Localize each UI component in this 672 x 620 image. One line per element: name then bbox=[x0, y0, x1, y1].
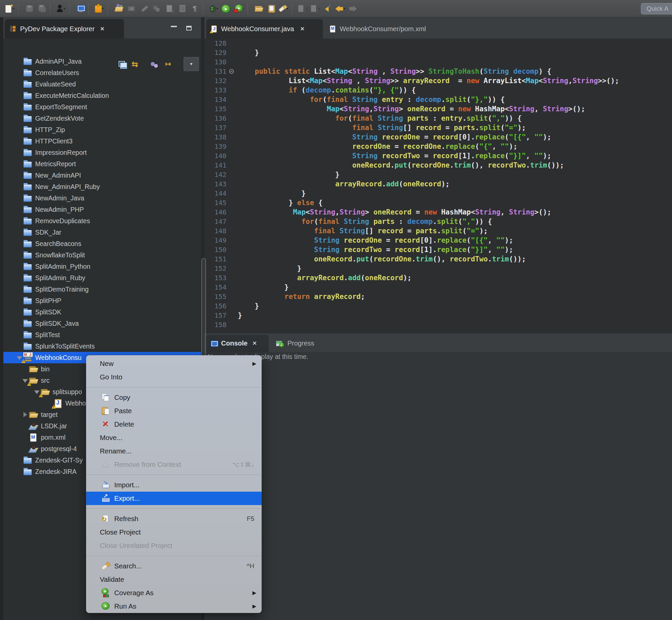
tree-item[interactable]: ImpressionReport bbox=[3, 147, 201, 158]
tree-item[interactable]: SplitAdmin_Python bbox=[3, 261, 201, 272]
package-explorer-tab[interactable]: PyDev Package Explorer ✕ bbox=[5, 19, 124, 39]
menu-item-copy[interactable]: Copy bbox=[86, 391, 262, 404]
menu-item-delete[interactable]: Delete bbox=[86, 418, 262, 431]
back-button[interactable] bbox=[335, 2, 348, 15]
menu-item-new[interactable]: New▶ bbox=[86, 357, 262, 370]
paste-clipboard-button[interactable] bbox=[265, 2, 278, 15]
quick-access-input[interactable]: Quick A bbox=[641, 3, 672, 14]
import-projects-button[interactable] bbox=[112, 2, 125, 15]
tree-item[interactable]: NewAdmin_PHP bbox=[3, 204, 201, 215]
code-token: "" bbox=[534, 133, 543, 141]
code-line: 131 public static List<Map<String , Stri… bbox=[204, 67, 672, 76]
folder-blue-icon bbox=[23, 319, 32, 328]
code-token: decomp bbox=[305, 86, 331, 94]
tree-item[interactable]: SDK_Jar bbox=[3, 226, 201, 238]
line-number: 158 bbox=[204, 321, 228, 329]
export-icon bbox=[101, 494, 111, 503]
close-icon[interactable]: ✕ bbox=[252, 340, 257, 347]
tree-item[interactable]: SplitAdmin_Ruby bbox=[3, 272, 201, 283]
last-edit-location-button[interactable] bbox=[322, 2, 335, 15]
tree-item-label: pom.xml bbox=[41, 434, 66, 442]
line-number: 157 bbox=[204, 311, 228, 319]
show-whitespace-button[interactable] bbox=[188, 2, 201, 15]
tree-item[interactable]: HTTPClient3 bbox=[3, 136, 201, 147]
editor-tab-java[interactable]: WebhookConsumer.java ✕ bbox=[206, 19, 323, 39]
profile-button[interactable] bbox=[233, 2, 246, 15]
run-button[interactable] bbox=[220, 2, 233, 15]
close-icon[interactable]: ✕ bbox=[100, 25, 105, 33]
tree-item[interactable]: SnowflakeToSplit bbox=[3, 249, 201, 261]
tree-item[interactable]: ExportToSegment bbox=[3, 101, 201, 113]
tree-item[interactable]: New_AdminAPI bbox=[3, 169, 201, 181]
mark-occurrences-button[interactable] bbox=[278, 2, 290, 15]
tree-item[interactable]: AdminAPI_Java bbox=[3, 56, 201, 67]
tree-item[interactable]: SplitPHP bbox=[3, 295, 201, 306]
code-token: } bbox=[284, 283, 289, 291]
code-token: split bbox=[446, 96, 467, 104]
tree-item[interactable]: CorrelateUsers bbox=[3, 67, 201, 79]
code-token: recordOne bbox=[382, 133, 420, 141]
tree-item[interactable]: HTTP_Zip bbox=[3, 124, 201, 136]
collapse-icon[interactable] bbox=[229, 69, 234, 74]
menu-item-import[interactable]: Import... bbox=[86, 478, 262, 492]
menu-item-run-as[interactable]: Run As▶ bbox=[86, 600, 262, 613]
menu-item-validate[interactable]: Validate bbox=[86, 573, 262, 586]
editor-tab-pom[interactable]: WebhookConsumer/pom.xml bbox=[325, 19, 456, 39]
twisty-right-icon[interactable] bbox=[22, 409, 29, 420]
tree-item[interactable]: GetZendeskVote bbox=[3, 113, 201, 124]
progress-tab-label: Progress bbox=[287, 340, 314, 347]
console-tab[interactable]: Console ✕ bbox=[206, 335, 269, 352]
code-token: "" bbox=[534, 152, 543, 160]
twisty-spacer bbox=[16, 272, 23, 283]
code-token: public static bbox=[255, 67, 314, 75]
tree-item[interactable]: SplunkToSplitEvents bbox=[3, 341, 201, 352]
code-token: ( bbox=[407, 161, 412, 169]
explorer-scrollbar-thumb[interactable] bbox=[201, 258, 206, 366]
code-token: String bbox=[344, 105, 369, 113]
tree-item[interactable]: SearchBeacons bbox=[3, 238, 201, 249]
tree-item-label: NewAdmin_Java bbox=[35, 194, 84, 202]
code-token: ( bbox=[314, 217, 319, 225]
code-token: recordTwo bbox=[488, 161, 526, 169]
open-folder-button[interactable] bbox=[252, 2, 265, 15]
tree-item[interactable]: EvaluateSeed bbox=[3, 79, 201, 90]
code-token: ); bbox=[403, 274, 411, 282]
code-token: split bbox=[480, 124, 501, 132]
minimize-button[interactable] bbox=[171, 26, 177, 27]
tree-item[interactable]: SplitDemoTraining bbox=[3, 283, 201, 295]
code-line: 135 Map<String,String> oneRecord = new H… bbox=[204, 104, 672, 114]
line-number: 149 bbox=[204, 236, 228, 244]
code-token: ( bbox=[475, 143, 480, 151]
tree-item[interactable]: NewAdmin_Java bbox=[3, 192, 201, 204]
progress-tab[interactable]: Progress bbox=[271, 335, 338, 352]
menu-item-search[interactable]: Search...^H bbox=[86, 559, 262, 573]
menu-item-export[interactable]: Export... bbox=[86, 492, 262, 505]
code-area[interactable]: 128129 }130131 public static List<Map<St… bbox=[204, 39, 672, 329]
tree-item[interactable]: SplitSDK bbox=[3, 306, 201, 318]
menu-item-move[interactable]: Move... bbox=[86, 431, 262, 445]
new-wizard-button[interactable] bbox=[4, 2, 17, 15]
tree-item[interactable]: RemoveDuplicates bbox=[3, 215, 201, 226]
user-profile-button[interactable] bbox=[55, 2, 68, 15]
menu-item-paste[interactable]: Paste bbox=[86, 404, 262, 418]
menu-item-refresh[interactable]: RefreshF5 bbox=[86, 512, 262, 525]
code-token: String bbox=[314, 246, 340, 254]
menu-item-rename[interactable]: Rename... bbox=[86, 445, 262, 458]
fold-marker[interactable] bbox=[228, 67, 236, 76]
open-terminal-button[interactable] bbox=[74, 2, 87, 15]
new-package-button[interactable] bbox=[93, 2, 106, 15]
maximize-button[interactable] bbox=[186, 26, 191, 31]
code-token: Map bbox=[293, 208, 305, 216]
tree-item[interactable]: SplitSDK_Java bbox=[3, 318, 201, 329]
tree-item[interactable]: SplitTest bbox=[3, 329, 201, 341]
close-icon[interactable]: ✕ bbox=[300, 25, 305, 33]
tree-item[interactable]: MetricsReport bbox=[3, 158, 201, 169]
tree-item[interactable]: New_AdminAPI_Ruby bbox=[3, 181, 201, 192]
code-token: > bbox=[365, 208, 373, 216]
code-token: "" bbox=[501, 143, 509, 151]
menu-item-close-project[interactable]: Close Project bbox=[86, 525, 262, 539]
debug-button[interactable] bbox=[208, 2, 220, 15]
menu-item-coverage-as[interactable]: Coverage As▶ bbox=[86, 586, 262, 600]
menu-item-go-into[interactable]: Go Into bbox=[86, 370, 262, 384]
tree-item[interactable]: ExecuteMetricCalculation bbox=[3, 90, 201, 101]
